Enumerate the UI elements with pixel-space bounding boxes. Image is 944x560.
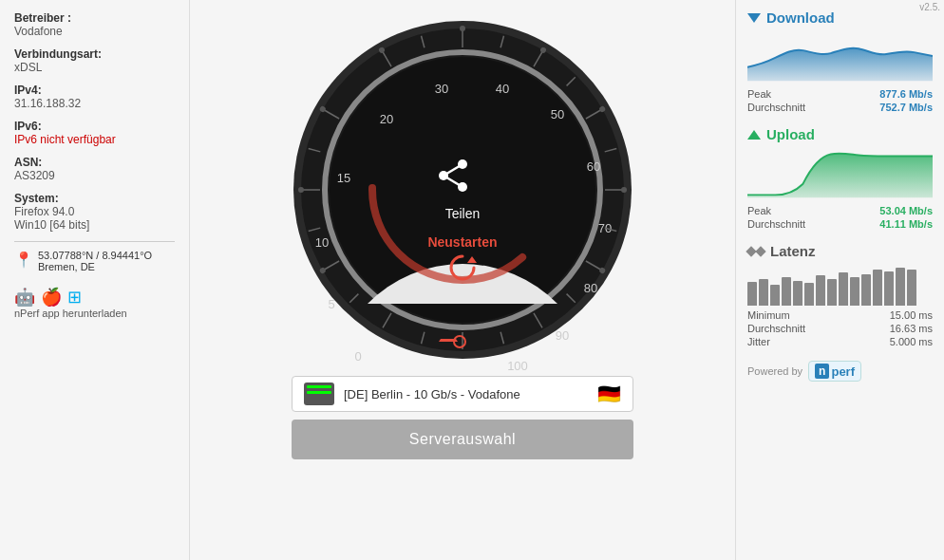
upload-peak-label: Peak <box>747 205 839 216</box>
upload-avg-value: 41.11 Mb/s <box>842 218 934 230</box>
restart-label: Neustarten <box>427 234 497 250</box>
verbindungsart-block: Verbindungsart: xDSL <box>14 47 175 74</box>
ipv4-block: IPv4: 31.16.188.32 <box>14 84 175 110</box>
latency-stats: Minimum 15.00 ms Durchschnitt 16.63 ms J… <box>747 309 933 347</box>
svg-text:90: 90 <box>556 328 569 343</box>
app-label: nPerf app herunterladen <box>14 308 175 319</box>
center-panel: 0 5 10 15 20 30 40 50 60 70 80 <box>190 0 735 560</box>
location-block: 📍 53.07788°N / 8.94441°O Bremen, DE <box>14 250 175 272</box>
ipv6-block: IPv6: IPv6 nicht verfügbar <box>14 120 175 146</box>
nperf-n: n <box>815 364 829 379</box>
asn-block: ASN: AS3209 <box>14 156 175 182</box>
download-section: Download Peak 877.6 Mb/s Durchschnitt 75… <box>747 9 933 113</box>
ipv6-value: IPv6 nicht verfügbar <box>14 133 116 146</box>
download-header: Download <box>747 9 933 26</box>
apple-icon: 🍎 <box>41 287 62 308</box>
svg-text:40: 40 <box>496 82 509 96</box>
betreiber-value: Vodafone <box>14 25 63 38</box>
latency-title: Latenz <box>770 243 816 259</box>
nperf-text: perf <box>831 364 855 379</box>
svg-text:50: 50 <box>551 107 564 121</box>
latency-icon <box>747 248 765 255</box>
share-label: Teilen <box>445 206 481 221</box>
upload-stats: Peak 53.04 Mb/s Durchschnitt 41.11 Mb/s <box>747 205 933 230</box>
download-avg-label: Durchschnitt <box>747 102 839 113</box>
download-icon <box>747 13 761 23</box>
app-icons: 🤖 🍎 ⊞ <box>14 287 82 308</box>
latency-header: Latenz <box>747 243 933 259</box>
latency-min-label: Minimum <box>747 309 839 321</box>
ipv4-label: IPv4: <box>14 84 42 97</box>
powered-by: Powered by n perf <box>747 361 933 382</box>
ipv4-value: 31.16.188.32 <box>14 97 81 110</box>
svg-text:20: 20 <box>380 112 393 126</box>
server-select-button[interactable]: Serverauswahl <box>292 420 633 459</box>
left-panel: Betreiber : Vodafone Verbindungsart: xDS… <box>0 0 190 560</box>
system-block: System: Firefox 94.0 Win10 [64 bits] <box>14 192 175 232</box>
verbindungsart-label: Verbindungsart: <box>14 47 102 61</box>
asn-value: AS3209 <box>14 169 55 182</box>
upload-header: Upload <box>747 126 933 142</box>
verbindungsart-value: xDSL <box>14 61 42 74</box>
download-peak-value: 877.6 Mb/s <box>842 88 934 100</box>
download-avg-value: 752.7 Mb/s <box>842 102 934 113</box>
latency-min-value: 15.00 ms <box>842 309 934 321</box>
server-row: [DE] Berlin - 10 Gb/s - Vodafone 🇩🇪 <box>292 376 633 412</box>
flag-icon: 🇩🇪 <box>597 383 621 405</box>
download-title: Download <box>766 9 835 26</box>
asn-label: ASN: <box>14 156 42 169</box>
nperf-logo: n perf <box>808 361 861 382</box>
latency-avg-label: Durchschnitt <box>747 323 839 334</box>
download-peak-label: Peak <box>747 88 839 100</box>
system-value2: Win10 [64 bits] <box>14 218 89 232</box>
speedometer: 0 5 10 15 20 30 40 50 60 70 80 <box>282 9 643 370</box>
right-panel: v2.5. Download Peak 877.6 Mb/s Durchschn… <box>735 0 944 560</box>
svg-point-44 <box>298 187 304 193</box>
server-name: [DE] Berlin - 10 Gb/s - Vodafone <box>344 387 588 401</box>
server-icon <box>304 383 334 405</box>
download-chart <box>747 29 933 82</box>
upload-peak-value: 53.04 Mb/s <box>842 205 934 216</box>
location-city: Bremen, DE <box>38 261 152 272</box>
latency-avg-value: 16.63 ms <box>842 323 934 334</box>
svg-text:0: 0 <box>354 349 361 364</box>
svg-text:100: 100 <box>507 359 528 370</box>
version-tag: v2.5. <box>919 2 940 12</box>
upload-chart <box>747 146 933 198</box>
upload-title: Upload <box>766 126 815 142</box>
svg-text:80: 80 <box>584 281 597 295</box>
svg-point-47 <box>460 26 465 31</box>
svg-text:60: 60 <box>587 159 600 174</box>
app-download-block: 🤖 🍎 ⊞ <box>14 287 175 308</box>
upload-section: Upload Peak 53.04 Mb/s Durchschnitt 41.1… <box>747 126 933 230</box>
latency-section: Latenz Minimum 15.00 ms Durchschnitt 16.… <box>747 243 933 347</box>
upload-avg-label: Durchschnitt <box>747 218 839 230</box>
system-label: System: <box>14 192 59 205</box>
svg-text:10: 10 <box>315 235 329 250</box>
speedometer-svg: 0 5 10 15 20 30 40 50 60 70 80 <box>282 9 643 370</box>
upload-icon <box>747 130 761 140</box>
betreiber-block: Betreiber : Vodafone <box>14 11 175 38</box>
divider <box>14 241 175 242</box>
svg-point-50 <box>621 187 627 193</box>
ipv6-label: IPv6: <box>14 120 42 133</box>
system-value1: Firefox 94.0 <box>14 205 74 218</box>
latency-jitter-label: Jitter <box>747 336 839 347</box>
windows-icon: ⊞ <box>67 287 82 308</box>
location-pin-icon: 📍 <box>14 251 33 269</box>
latency-jitter-value: 5.000 ms <box>842 336 934 347</box>
android-icon: 🤖 <box>14 287 35 308</box>
svg-text:30: 30 <box>435 82 448 96</box>
svg-text:5: 5 <box>328 297 334 311</box>
location-coords: 53.07788°N / 8.94441°O <box>38 250 152 261</box>
latency-chart <box>747 263 933 306</box>
svg-text:15: 15 <box>337 171 350 185</box>
download-stats: Peak 877.6 Mb/s Durchschnitt 752.7 Mb/s <box>747 88 933 113</box>
powered-by-label: Powered by <box>747 365 802 377</box>
betreiber-label: Betreiber : <box>14 11 71 25</box>
